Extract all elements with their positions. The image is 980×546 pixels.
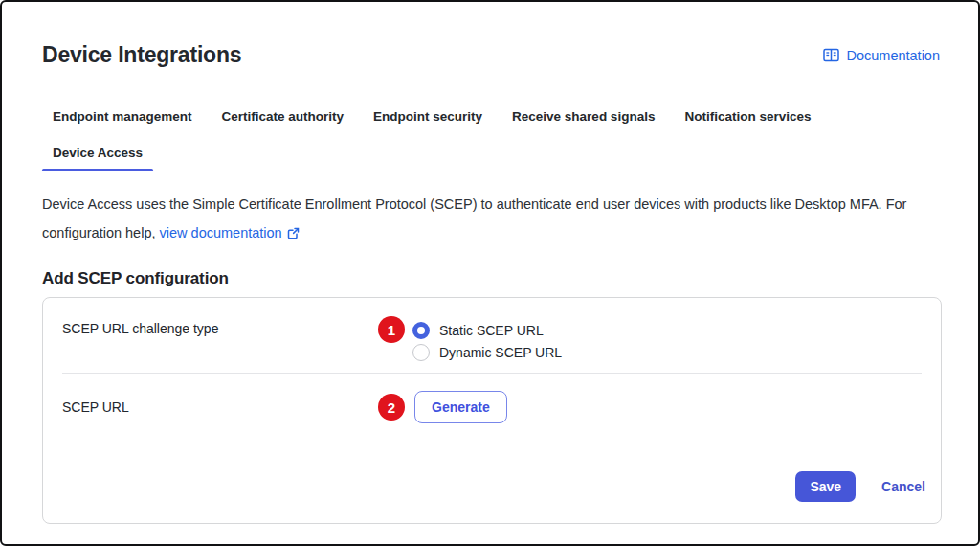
section-heading: Add SCEP configuration (42, 269, 229, 288)
tab-notification-services[interactable]: Notification services (674, 99, 821, 134)
page-header: Device Integrations Documentation (42, 42, 940, 68)
tab-endpoint-management[interactable]: Endpoint management (42, 99, 203, 134)
scep-url-row: SCEP URL 2 Generate (43, 374, 941, 439)
challenge-type-row: SCEP URL challenge type 1 Static SCEP UR… (43, 298, 941, 373)
generate-button[interactable]: Generate (414, 391, 507, 423)
scep-configuration-card: SCEP URL challenge type 1 Static SCEP UR… (42, 297, 942, 524)
external-link-icon (287, 227, 300, 239)
tab-bar-row1: Endpoint management Certificate authorit… (42, 99, 938, 134)
radio-static-label: Static SCEP URL (439, 323, 544, 338)
cancel-button[interactable]: Cancel (881, 479, 925, 494)
tab-bar-row2: Device Access (42, 134, 942, 171)
step-2-badge: 2 (378, 394, 405, 421)
radio-selected-icon[interactable] (412, 322, 430, 339)
step-1-badge: 1 (378, 316, 405, 343)
challenge-type-radio-group: Static SCEP URL Dynamic SCEP URL (412, 319, 562, 363)
radio-dynamic-label: Dynamic SCEP URL (439, 345, 562, 360)
page-description: Device Access uses the Simple Certificat… (42, 190, 921, 247)
view-documentation-link[interactable]: view documentation (160, 218, 300, 247)
scep-url-label: SCEP URL (62, 398, 378, 417)
radio-unselected-icon[interactable] (412, 344, 430, 361)
save-button[interactable]: Save (795, 471, 856, 502)
radio-dynamic-scep-url[interactable]: Dynamic SCEP URL (412, 341, 562, 363)
documentation-link-label: Documentation (846, 48, 940, 63)
app-window: Device Integrations Documentation Endpoi… (0, 0, 980, 546)
card-footer: Save Cancel (795, 471, 925, 502)
page-title: Device Integrations (42, 42, 241, 68)
tab-device-access[interactable]: Device Access (42, 134, 153, 171)
challenge-type-label: SCEP URL challenge type (62, 319, 378, 338)
documentation-book-icon (823, 48, 839, 62)
documentation-link[interactable]: Documentation (823, 48, 940, 63)
tab-receive-shared-signals[interactable]: Receive shared signals (501, 99, 665, 134)
description-line2: configuration help, (42, 225, 160, 240)
tab-endpoint-security[interactable]: Endpoint security (363, 99, 493, 134)
description-line1: Device Access uses the Simple Certificat… (42, 196, 906, 212)
tab-certificate-authority[interactable]: Certificate authority (212, 99, 355, 134)
radio-static-scep-url[interactable]: Static SCEP URL (412, 319, 562, 341)
